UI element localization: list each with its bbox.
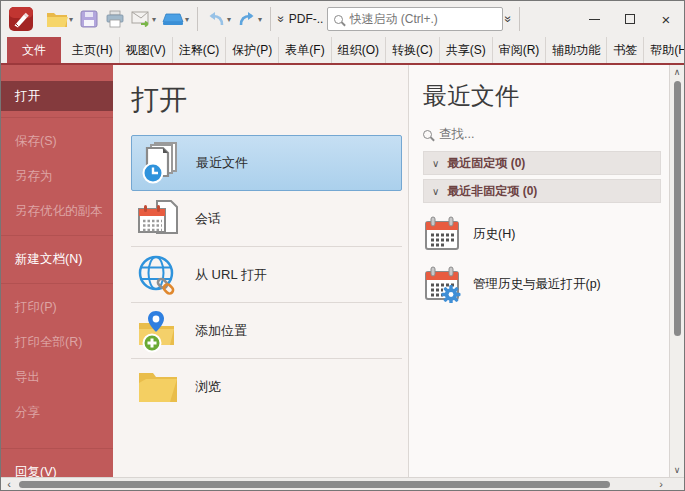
sidebar-item-print-all: 打印全部(R): [1, 325, 113, 360]
recent-item-label: 管理历史与最近打开(p): [473, 276, 601, 293]
sidebar-item-new-document[interactable]: 新建文档(N): [1, 242, 113, 277]
quick-launch-input[interactable]: [349, 12, 496, 26]
horizontal-scroll-track[interactable]: [17, 478, 653, 490]
recent-files-icon: [136, 140, 182, 186]
maximize-button[interactable]: [612, 1, 648, 37]
search-icon: [423, 130, 432, 139]
tab-review[interactable]: 审阅(R): [493, 37, 547, 63]
dropdown-arrow-icon[interactable]: ▾: [227, 15, 231, 24]
scrollbar-corner: [669, 478, 684, 490]
recent-files-panel: 最近文件 ∨ 最近固定项 (0) ∨ 最近非固定项 (0): [409, 65, 669, 477]
open-item-add-place[interactable]: 添加位置: [131, 303, 402, 359]
sidebar-divider: [1, 283, 113, 284]
tab-protect[interactable]: 保护(P): [226, 37, 279, 63]
file-menu-sidebar: 打开 保存(S) 另存为 另存优化的副本 新建文档(N) 打印(P) 打印全部(…: [1, 65, 113, 477]
horizontal-scrollbar[interactable]: ‹ ›: [1, 477, 684, 490]
scan-button[interactable]: ▾: [159, 6, 192, 32]
sidebar-item-share: 分享: [1, 395, 113, 430]
section-recent-pinned[interactable]: ∨ 最近固定项 (0): [423, 151, 661, 175]
print-button[interactable]: [102, 6, 128, 32]
close-button[interactable]: ×: [648, 1, 684, 37]
save-button[interactable]: [76, 6, 102, 32]
tab-organize[interactable]: 组织(O): [332, 37, 386, 63]
manage-history-icon: [423, 265, 461, 303]
minimize-icon: [589, 19, 600, 20]
tab-file[interactable]: 文件: [7, 37, 61, 63]
dropdown-arrow-icon[interactable]: ▾: [258, 15, 262, 24]
chevron-down-icon: ∨: [432, 158, 439, 169]
open-item-browse[interactable]: 浏览: [131, 359, 402, 415]
open-file-button[interactable]: ▾: [43, 6, 76, 32]
tab-form[interactable]: 表单(F): [279, 37, 331, 63]
scroll-up-icon[interactable]: ∧: [670, 67, 684, 77]
recent-search[interactable]: [423, 123, 661, 145]
recent-item-manage-history[interactable]: 管理历史与最近打开(p): [423, 265, 661, 303]
open-item-sessions[interactable]: 会话: [131, 191, 402, 247]
scroll-left-icon[interactable]: ‹: [1, 479, 17, 490]
email-button[interactable]: ▾: [128, 6, 159, 32]
dropdown-arrow-icon[interactable]: ▾: [185, 15, 189, 24]
redo-icon: [237, 10, 257, 28]
toolbar-separator: [519, 7, 520, 31]
sidebar-item-save-optimized-copy: 另存优化的副本: [1, 194, 113, 229]
page-title: 打开: [131, 83, 402, 117]
add-place-icon: [135, 308, 181, 354]
tab-help[interactable]: 帮助(H): [644, 37, 685, 63]
sidebar-item-export: 导出: [1, 360, 113, 395]
dropdown-arrow-icon[interactable]: ▾: [69, 15, 73, 24]
open-from-url-icon: [135, 252, 181, 298]
open-item-recent-files[interactable]: 最近文件: [131, 135, 402, 191]
dropdown-arrow-icon[interactable]: ▾: [152, 15, 156, 24]
sidebar-item-open[interactable]: 打开: [1, 81, 113, 111]
open-item-label: 添加位置: [195, 322, 247, 340]
vertical-scroll-thumb[interactable]: [674, 81, 681, 336]
app-window: ▾ ▾: [0, 0, 685, 491]
scroll-down-icon[interactable]: ∨: [670, 465, 684, 475]
toolbar-overflow-label[interactable]: PDF-..: [289, 12, 324, 26]
tab-bookmarks[interactable]: 书签: [607, 37, 644, 63]
redo-button[interactable]: ▾: [234, 6, 265, 32]
sessions-icon: [135, 196, 181, 242]
tab-share[interactable]: 共享(S): [440, 37, 493, 63]
recent-search-input[interactable]: [439, 127, 661, 141]
open-item-label: 最近文件: [196, 154, 248, 172]
minimize-button[interactable]: [576, 1, 612, 37]
vertical-scrollbar[interactable]: ∧ ∨: [669, 65, 684, 477]
sidebar-divider: [1, 235, 113, 236]
quick-launch-search[interactable]: [327, 7, 503, 31]
scroll-right-icon[interactable]: ›: [653, 479, 669, 490]
section-label: 最近非固定项 (0): [447, 183, 537, 200]
sidebar-divider: [1, 117, 113, 118]
open-folder-icon: [46, 10, 68, 28]
undo-icon: [206, 10, 226, 28]
section-recent-unpinned[interactable]: ∨ 最近非固定项 (0): [423, 179, 661, 203]
open-options-list: 最近文件 会话: [131, 135, 402, 415]
sidebar-item-print: 打印(P): [1, 290, 113, 325]
toolbar-overflow-icon[interactable]: »: [274, 14, 288, 25]
panel-title: 最近文件: [423, 81, 661, 111]
open-item-label: 会话: [195, 210, 221, 228]
tab-view[interactable]: 视图(V): [120, 37, 173, 63]
sidebar-divider: [1, 448, 113, 449]
toolbar-separator: [270, 7, 271, 31]
search-icon: [334, 15, 343, 24]
tab-accessibility[interactable]: 辅助功能: [546, 37, 607, 63]
recent-item-history[interactable]: 历史(H): [423, 215, 661, 253]
open-item-open-from-url[interactable]: 从 URL 打开: [131, 247, 402, 303]
email-icon: [131, 11, 151, 27]
horizontal-scroll-thumb[interactable]: [19, 481, 610, 488]
maximize-icon: [625, 14, 635, 24]
recent-item-label: 历史(H): [473, 226, 515, 243]
tab-comment[interactable]: 注释(C): [173, 37, 227, 63]
sidebar-item-revert[interactable]: 回复(V): [1, 455, 113, 477]
search-overflow-icon[interactable]: »: [502, 14, 516, 25]
tab-home[interactable]: 主页(H): [66, 37, 120, 63]
browse-folder-icon: [135, 364, 181, 410]
close-icon: ×: [662, 11, 671, 28]
titlebar: ▾ ▾: [1, 1, 684, 37]
open-item-label: 浏览: [195, 378, 221, 396]
scanner-icon: [162, 11, 184, 27]
tab-convert[interactable]: 转换(C): [386, 37, 440, 63]
undo-button[interactable]: ▾: [203, 6, 234, 32]
history-icon: [423, 215, 461, 253]
